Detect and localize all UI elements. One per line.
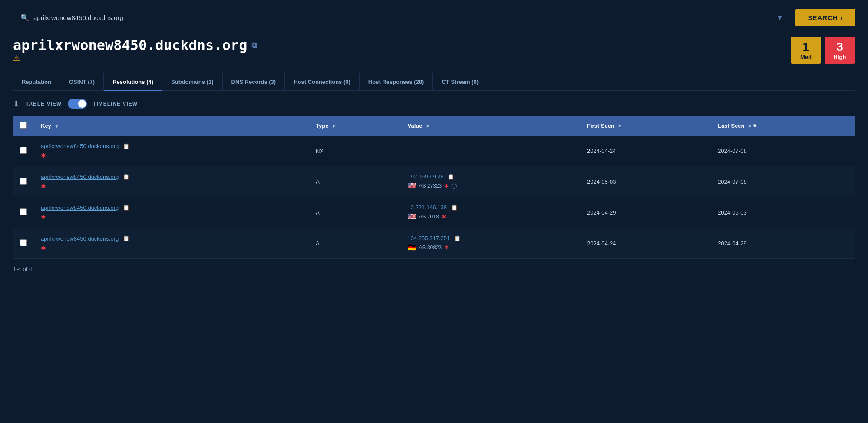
search-input[interactable] (33, 14, 772, 21)
tab-subdomains[interactable]: Subdomains (1) (162, 73, 223, 91)
tab-resolutions[interactable]: Resolutions (4) (104, 73, 162, 91)
header-value[interactable]: Value ▼ (401, 116, 580, 136)
copy-domain-icon[interactable]: 📋 (123, 174, 129, 180)
view-toggle[interactable] (68, 99, 87, 109)
high-count: 3 (832, 40, 847, 54)
timeline-view-label: TIMELINE VIEW (93, 101, 138, 107)
filter-icon[interactable]: ▼ (776, 14, 783, 22)
header-key[interactable]: Key ▼ (34, 116, 309, 136)
warning-row: ⚠ (13, 53, 257, 63)
table-header-row: Key ▼ Type ▼ Value ▼ First Seen ▼ Last S… (13, 116, 855, 136)
tab-host-connections[interactable]: Host Connections (0) (285, 73, 360, 91)
data-table: Key ▼ Type ▼ Value ▼ First Seen ▼ Last S… (13, 116, 855, 259)
row-checkbox[interactable] (20, 239, 27, 246)
row-checkbox-cell (13, 136, 34, 166)
cell-domain: aprilxrwonew8450.duckdns.org 📋 ✱ (41, 174, 302, 190)
copy-ip-icon[interactable]: 📋 (451, 205, 458, 211)
country-flag: 🇺🇸 (408, 182, 416, 190)
row-type: A (309, 166, 400, 197)
value-sort-icon: ▼ (426, 124, 430, 129)
med-label: Med (799, 54, 813, 60)
pagination-label: 1-4 of 4 (13, 266, 32, 272)
high-label: High (832, 54, 847, 60)
country-flag: 🇺🇸 (408, 212, 416, 221)
table-body: aprilxrwonew8450.duckdns.org 📋 ✱ NX2024-… (13, 136, 855, 259)
row-key: aprilxrwonew8450.duckdns.org 📋 ✱ (34, 136, 309, 166)
row-first-seen: 2024-04-24 (580, 228, 711, 259)
row-checkbox[interactable] (20, 178, 27, 185)
row-checkbox-cell (13, 166, 34, 197)
header-first-seen[interactable]: First Seen ▼ (580, 116, 711, 136)
key-sort-icon: ▼ (54, 124, 59, 129)
tabs-row: Reputation OSINT (7) Resolutions (4) Sub… (13, 73, 855, 91)
header-last-seen[interactable]: Last Seen ▼▼ (711, 116, 855, 136)
cell-domain: aprilxrwonew8450.duckdns.org 📋 ✱ (41, 235, 302, 251)
row-checkbox[interactable] (20, 208, 27, 215)
first-seen-sort-icon: ▼ (617, 124, 622, 129)
badge-high: 3 High (825, 37, 855, 64)
search-input-wrap: 🔍 ▼ (13, 9, 790, 26)
domain-link[interactable]: aprilxrwonew8450.duckdns.org (41, 205, 119, 211)
threat-icon: ✱ (444, 245, 449, 251)
table-row: aprilxrwonew8450.duckdns.org 📋 ✱ NX2024-… (13, 136, 855, 166)
title-section: aprilxrwonew8450.duckdns.org ⧉ ⚠ (13, 37, 257, 70)
row-checkbox[interactable] (20, 147, 27, 154)
row-first-seen: 2024-04-29 (580, 197, 711, 228)
copy-domain-icon[interactable]: 📋 (123, 205, 129, 211)
ip-link[interactable]: 12.221.146.138 (408, 204, 447, 211)
ip-link[interactable]: 134.255.217.251 (408, 235, 450, 241)
threat-icon: ✱ (442, 214, 446, 220)
threat-icon: ✱ (444, 183, 449, 189)
last-seen-sort-icon: ▼ (748, 124, 752, 129)
tab-osint[interactable]: OSINT (7) (60, 73, 104, 91)
tab-reputation[interactable]: Reputation (13, 73, 60, 91)
row-key: aprilxrwonew8450.duckdns.org 📋 ✱ (34, 166, 309, 197)
tab-dns-records[interactable]: DNS Records (3) (223, 73, 285, 91)
row-last-seen: 2024-07-08 (711, 136, 855, 166)
copy-ip-icon[interactable]: 📋 (454, 235, 461, 241)
warning-icon: ⚠ (13, 54, 20, 63)
header-type[interactable]: Type ▼ (309, 116, 400, 136)
copy-domain-icon[interactable]: 📋 (123, 143, 129, 149)
ip-link[interactable]: 192.169.69.26 (408, 173, 444, 180)
domain-link[interactable]: aprilxrwonew8450.duckdns.org (41, 235, 119, 242)
download-icon[interactable]: ⬇ (13, 99, 20, 109)
row-type: A (309, 197, 400, 228)
title-row: aprilxrwonew8450.duckdns.org ⧉ ⚠ 1 Med 3… (13, 37, 855, 70)
select-all-checkbox[interactable] (20, 122, 27, 129)
copy-title-icon[interactable]: ⧉ (251, 40, 257, 50)
row-first-seen: 2024-05-03 (580, 166, 711, 197)
malware-icon: ✱ (41, 183, 46, 190)
row-last-seen: 2024-05-03 (711, 197, 855, 228)
table-row: aprilxrwonew8450.duckdns.org 📋 ✱ A 12.22… (13, 197, 855, 228)
row-last-seen: 2024-04-29 (711, 228, 855, 259)
table-row: aprilxrwonew8450.duckdns.org 📋 ✱ A 134.2… (13, 228, 855, 259)
row-key: aprilxrwonew8450.duckdns.org 📋 ✱ (34, 228, 309, 259)
malware-icon: ✱ (41, 152, 46, 159)
cell-domain: aprilxrwonew8450.duckdns.org 📋 ✱ (41, 205, 302, 221)
search-icon: 🔍 (20, 13, 29, 22)
domain-link[interactable]: aprilxrwonew8450.duckdns.org (41, 143, 119, 149)
domain-link[interactable]: aprilxrwonew8450.duckdns.org (41, 174, 119, 180)
country-flag: 🇩🇪 (408, 243, 416, 251)
row-key: aprilxrwonew8450.duckdns.org 📋 ✱ (34, 197, 309, 228)
search-button[interactable]: SEARCH › (795, 9, 855, 26)
tab-host-responses[interactable]: Host Responses (28) (360, 73, 433, 91)
tab-ct-stream[interactable]: CT Stream (0) (433, 73, 487, 91)
row-value: 192.169.69.26 📋 🇺🇸 AS 27323 ✱ ◯ (401, 166, 580, 197)
copy-domain-icon[interactable]: 📋 (123, 235, 129, 241)
copy-ip-icon[interactable]: 📋 (448, 174, 454, 180)
row-type: A (309, 228, 400, 259)
toggle-knob (78, 100, 86, 108)
page-title: aprilxrwonew8450.duckdns.org ⧉ (13, 37, 257, 53)
as-number: AS 30823 (419, 245, 442, 251)
row-last-seen: 2024-07-08 (711, 166, 855, 197)
header-checkbox-cell (13, 116, 34, 136)
row-type: NX (309, 136, 400, 166)
row-value: 12.221.146.138 📋 🇺🇸 AS 7018 ✱ (401, 197, 580, 228)
malware-icon: ✱ (41, 245, 46, 251)
type-sort-icon: ▼ (332, 124, 336, 129)
row-value: 134.255.217.251 📋 🇩🇪 AS 30823 ✱ (401, 228, 580, 259)
as-number: AS 27323 (419, 183, 442, 189)
score-badges: 1 Med 3 High (791, 37, 855, 64)
